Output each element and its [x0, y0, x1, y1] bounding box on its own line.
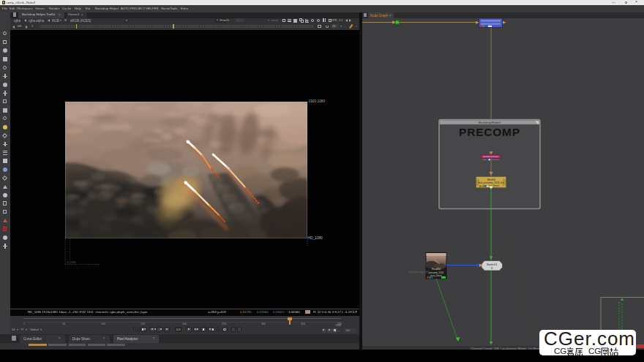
svg-text:PRECOMP: PRECOMP	[459, 126, 520, 138]
svg-text:1920,1080: 1920,1080	[309, 99, 326, 103]
svg-text:BackdropNode3: BackdropNode3	[479, 120, 501, 124]
svg-text:aces_linear: aces_linear	[430, 274, 441, 276]
svg-text:Shift3: Shift3	[487, 177, 495, 181]
svg-text:Channel Count: 11E Localizati: Channel Count: 11E Localization Mode: On…	[471, 346, 540, 350]
svg-text:-1,-230: -1,-230	[66, 260, 76, 264]
svg-text:final_precomp_1024: final_precomp_1024	[409, 270, 430, 273]
svg-text:HD_1080: HD_1080	[308, 236, 323, 240]
